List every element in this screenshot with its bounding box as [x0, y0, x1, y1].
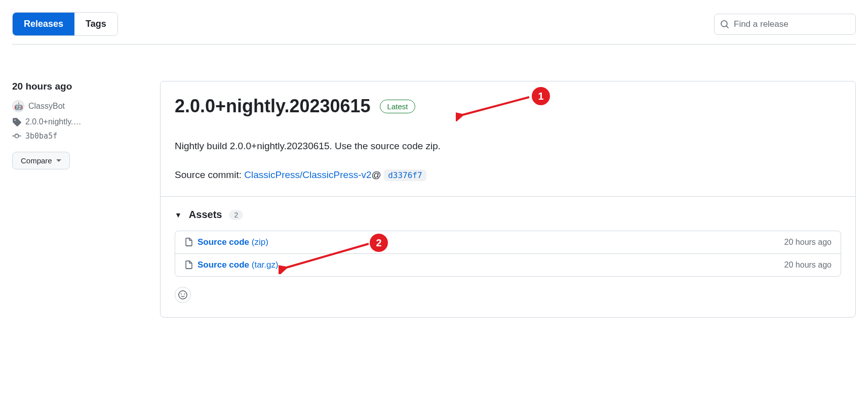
- compare-button[interactable]: Compare: [12, 152, 70, 169]
- asset-ext: (zip): [252, 237, 268, 247]
- asset-name: Source code: [198, 237, 249, 247]
- sidebar-tag-row[interactable]: 2.0.0+nightly.…: [12, 117, 144, 126]
- assets-heading: Assets: [189, 209, 222, 221]
- sidebar-author-label: ClassyBot: [28, 102, 65, 111]
- tab-releases[interactable]: Releases: [13, 13, 74, 35]
- svg-line-1: [285, 244, 369, 268]
- annotation-badge-2: 2: [370, 234, 388, 252]
- asset-list: Source code (zip) 20 hours ago Source co…: [175, 231, 841, 277]
- sidebar-time: 20 hours ago: [12, 81, 144, 92]
- asset-ext: (tar.gz): [252, 260, 279, 270]
- commit-icon: [12, 132, 21, 141]
- chevron-down-icon: [56, 159, 61, 162]
- source-commit-prefix: Source commit:: [175, 169, 244, 180]
- tag-icon: [12, 117, 21, 126]
- avatar: 🤖: [12, 100, 24, 112]
- tab-tags[interactable]: Tags: [74, 13, 117, 35]
- sidebar-commit-sha: 3b0ba5f: [25, 132, 57, 141]
- reaction-button[interactable]: [175, 287, 191, 303]
- compare-label: Compare: [21, 156, 52, 165]
- assets-section: ▼ Assets 2 Source code (zip) 20 hours ag…: [161, 197, 855, 317]
- annotation-badge-1: 1: [532, 87, 550, 105]
- search-input[interactable]: [714, 14, 856, 35]
- zip-icon: [184, 260, 193, 270]
- smile-icon: [178, 290, 187, 299]
- search-wrap: [714, 14, 856, 35]
- release-title: 2.0.0+nightly.20230615: [175, 96, 371, 117]
- asset-row: Source code (zip) 20 hours ago: [175, 231, 841, 253]
- caret-down-icon: ▼: [175, 211, 182, 219]
- asset-left: Source code (zip): [184, 237, 268, 247]
- annotation-arrow-2: [279, 239, 372, 274]
- source-commit-repo-link[interactable]: ClassicPress/ClassicPress-v2: [244, 169, 371, 180]
- sidebar-tag-label: 2.0.0+nightly.…: [25, 117, 81, 126]
- source-commit-at: @: [372, 169, 381, 180]
- tab-group: Releases Tags: [12, 12, 118, 36]
- search-icon: [720, 20, 729, 29]
- sidebar-author-row[interactable]: 🤖 ClassyBot: [12, 100, 144, 112]
- content: 20 hours ago 🤖 ClassyBot 2.0.0+nightly.……: [12, 45, 856, 318]
- asset-link[interactable]: Source code (zip): [198, 237, 268, 247]
- annotation-arrow-1: [456, 91, 532, 121]
- source-commit-line: Source commit: ClassicPress/ClassicPress…: [175, 168, 841, 183]
- asset-row: Source code (tar.gz) 20 hours ago: [175, 253, 841, 276]
- topbar: Releases Tags: [12, 12, 856, 45]
- release-description: Nightly build 2.0.0+nightly.20230615. Us…: [175, 139, 841, 154]
- latest-badge: Latest: [380, 100, 416, 113]
- asset-left: Source code (tar.gz): [184, 260, 279, 270]
- asset-link[interactable]: Source code (tar.gz): [198, 260, 279, 270]
- assets-toggle[interactable]: ▼ Assets 2: [175, 209, 841, 221]
- asset-name: Source code: [198, 260, 249, 270]
- svg-line-0: [461, 97, 529, 115]
- sidebar: 20 hours ago 🤖 ClassyBot 2.0.0+nightly.……: [12, 81, 144, 318]
- assets-count-badge: 2: [229, 210, 243, 220]
- source-commit-sha[interactable]: d3376f7: [384, 169, 426, 181]
- sidebar-commit-row[interactable]: 3b0ba5f: [12, 132, 144, 141]
- asset-time: 20 hours ago: [784, 238, 832, 247]
- zip-icon: [184, 238, 193, 247]
- asset-time: 20 hours ago: [784, 260, 832, 270]
